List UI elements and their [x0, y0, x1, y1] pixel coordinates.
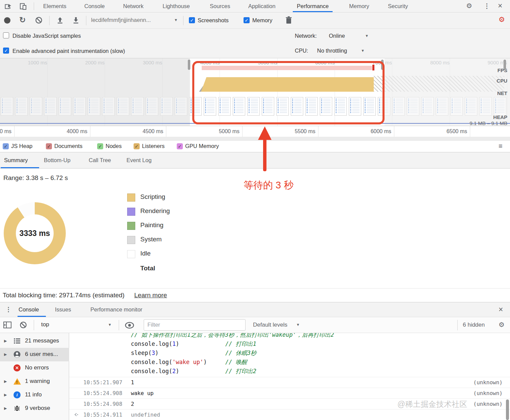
disable-js-samples-checkbox[interactable] [3, 32, 9, 38]
chevron-right-icon[interactable]: ▶ [4, 352, 7, 357]
legend-label: Painting [140, 221, 164, 229]
reload-record-icon[interactable]: ↻ [19, 16, 26, 25]
console-code-block[interactable]: // 如下操作在打印出1之后，会等待3秒，然后打印出'wakeup'，后再打印出… [131, 333, 334, 376]
tab-bottom-up[interactable]: Bottom-Up [44, 152, 70, 168]
filter-input[interactable] [144, 319, 246, 331]
chevron-right-icon[interactable]: ▶ [4, 339, 7, 343]
overview-edge-handle[interactable] [504, 60, 506, 70]
listeners-checkbox[interactable]: ✓ [134, 143, 140, 149]
ruler-tick [242, 126, 243, 137]
settings-gear-icon[interactable]: ⚙ [466, 2, 472, 10]
log-source: (unknown) [473, 390, 503, 396]
sidebar-item-info[interactable]: ▶ i 11 info [0, 388, 69, 402]
screenshots-checkbox[interactable]: ✓ [189, 17, 195, 23]
log-row-result[interactable]: 10:55:24.911 undefined [69, 409, 510, 420]
info-icon: i [13, 391, 21, 398]
chevron-right-icon[interactable]: ▶ [4, 393, 7, 397]
drawer-tab-console[interactable]: Console [19, 302, 39, 317]
drawer-close-icon[interactable]: × [499, 305, 503, 314]
device-toolbar-icon[interactable] [20, 3, 27, 10]
capture-settings-gear-icon[interactable]: ⚙ [499, 16, 505, 24]
tab-security[interactable]: Security [387, 0, 409, 12]
tab-sources[interactable]: Sources [208, 0, 232, 12]
ruler-tick [90, 126, 90, 137]
chevron-right-icon[interactable]: ▶ [4, 406, 7, 411]
chevron-right-icon[interactable]: ▶ [4, 379, 7, 384]
profile-select[interactable]: lecdifefmmfjnjjinhaenn... [91, 17, 151, 23]
log-value: 2 [131, 401, 134, 407]
learn-more-link[interactable]: Learn more [134, 292, 167, 299]
sidebar-item-user-messages[interactable]: ▶ 6 user mes... [0, 348, 69, 361]
nodes-checkbox[interactable]: ✓ [97, 143, 103, 149]
tab-performance[interactable]: Performance [295, 0, 330, 12]
tab-elements[interactable]: Elements [42, 0, 68, 12]
sidebar-item-label: 11 info [25, 391, 42, 398]
console-scrollbar-thumb[interactable] [506, 399, 509, 420]
network-select-caret-icon[interactable]: ▼ [365, 34, 369, 38]
timeline-overview[interactable]: 1000 ms 2000 ms 3000 ms 4000 ms 5000 ms … [0, 58, 510, 126]
log-levels-selector[interactable]: Default levels [253, 322, 287, 328]
hamburger-menu-icon[interactable]: ≡ [499, 142, 503, 150]
code-comment: // 休眠3秒 [225, 349, 256, 358]
sidebar-item-warnings[interactable]: ▶ 1 warning [0, 375, 69, 388]
sidebar-item-errors[interactable]: ✕ No errors [0, 361, 69, 375]
console-sidebar-toggle-icon[interactable] [3, 322, 11, 328]
hidden-messages-count[interactable]: 6 hidden [463, 322, 485, 328]
trash-icon[interactable] [285, 16, 292, 24]
documents-label: Documents [54, 143, 82, 149]
drawer-tab-performance-monitor[interactable]: Performance monitor [90, 302, 142, 317]
sidebar-item-label: 21 messages [25, 337, 59, 344]
sidebar-item-all-messages[interactable]: ▶ 21 messages [0, 334, 69, 348]
console-toolbar: top ▼ Default levels ▼ 6 hidden ⚙ [0, 317, 510, 333]
ruler-label: 4000 ms [57, 128, 87, 134]
gpu-memory-checkbox[interactable]: ✓ [177, 143, 183, 149]
clear-recording-icon[interactable] [35, 17, 42, 24]
live-expression-eye-icon[interactable] [125, 322, 134, 329]
documents-checkbox[interactable]: ✓ [46, 143, 52, 149]
log-value: wake up [131, 390, 153, 396]
console-sidebar: ▶ 21 messages ▶ 6 user mes... ✕ No error… [0, 333, 69, 420]
kebab-menu-icon[interactable]: ⋮ [484, 2, 490, 10]
inspect-icon[interactable] [5, 3, 12, 10]
tab-memory[interactable]: Memory [348, 0, 371, 12]
record-button[interactable] [4, 17, 10, 24]
js-heap-checkbox[interactable]: ✓ [3, 143, 9, 149]
cpu-select[interactable]: No throttling [317, 48, 347, 54]
console-settings-gear-icon[interactable]: ⚙ [499, 321, 505, 329]
save-profile-icon[interactable] [72, 17, 80, 24]
result-arrow-icon [74, 413, 79, 417]
blocking-time-text: Total blocking time: 2971.74ms (estimate… [3, 292, 124, 299]
legend-swatch-system [127, 236, 135, 244]
context-selector[interactable]: top [41, 321, 49, 328]
memory-checkbox[interactable]: ✓ [244, 17, 250, 23]
active-tab-underline [1, 167, 39, 168]
enable-paint-checkbox[interactable]: ✓ [3, 48, 9, 54]
range-text: Range: 3.38 s – 6.72 s [3, 174, 68, 182]
drawer-kebab-icon[interactable]: ⋮ [5, 306, 11, 313]
timeline-ruler[interactable]: 0 ms 4000 ms 4500 ms 5000 ms 5500 ms 600… [0, 126, 510, 137]
net-track-label: NET [497, 90, 507, 96]
context-selector-caret-icon[interactable]: ▼ [108, 323, 112, 327]
tab-console[interactable]: Console [83, 0, 106, 12]
tab-summary[interactable]: Summary [4, 152, 28, 168]
sidebar-item-verbose[interactable]: ▶ 9 verbose [0, 402, 69, 415]
tab-call-tree[interactable]: Call Tree [89, 152, 111, 168]
legend-swatch-idle [127, 250, 135, 258]
log-levels-caret-icon[interactable]: ▼ [296, 323, 300, 327]
annotation-arrow-shaft [263, 139, 266, 171]
window-left-drag-handle[interactable] [188, 60, 190, 70]
network-select[interactable]: Online [329, 33, 345, 39]
tab-network[interactable]: Network [122, 0, 145, 12]
log-row[interactable]: 10:55:24.908 wake up (unknown) [69, 388, 510, 398]
cpu-select-caret-icon[interactable]: ▼ [361, 49, 365, 53]
load-profile-icon[interactable] [56, 17, 64, 24]
annotation-text: 等待的 3 秒 [244, 179, 293, 192]
profile-select-caret-icon[interactable]: ▼ [174, 18, 178, 22]
clear-console-icon[interactable] [20, 321, 27, 329]
drawer-tab-issues[interactable]: Issues [55, 302, 71, 317]
tab-event-log[interactable]: Event Log [126, 152, 151, 168]
tab-application[interactable]: Application [247, 0, 277, 12]
close-devtools-icon[interactable]: × [498, 1, 502, 10]
tab-lighthouse[interactable]: Lighthouse [161, 0, 191, 12]
log-row[interactable]: 10:55:21.907 1 (unknown) [69, 377, 510, 388]
